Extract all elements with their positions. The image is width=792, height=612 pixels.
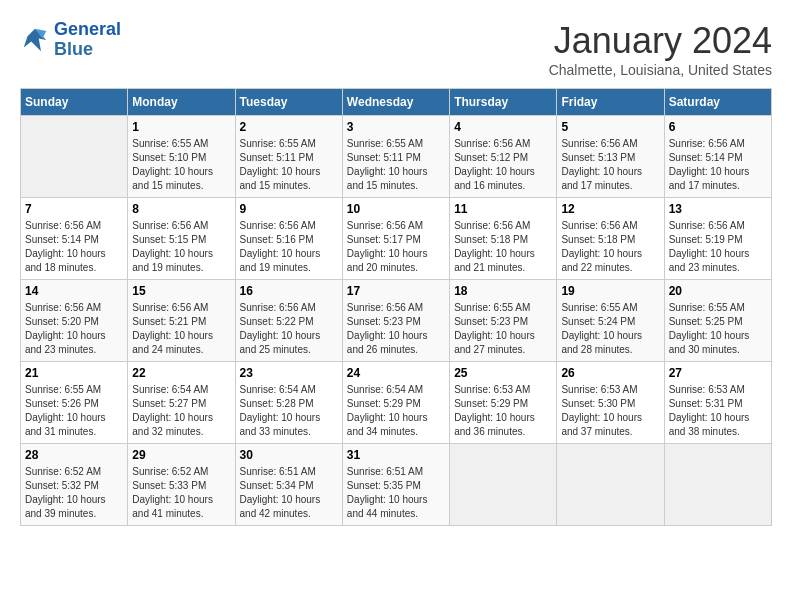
day-number: 22 (132, 366, 230, 380)
calendar-cell: 24Sunrise: 6:54 AM Sunset: 5:29 PM Dayli… (342, 362, 449, 444)
calendar-cell: 17Sunrise: 6:56 AM Sunset: 5:23 PM Dayli… (342, 280, 449, 362)
calendar-cell: 4Sunrise: 6:56 AM Sunset: 5:12 PM Daylig… (450, 116, 557, 198)
day-info: Sunrise: 6:52 AM Sunset: 5:32 PM Dayligh… (25, 465, 123, 521)
day-header-tuesday: Tuesday (235, 89, 342, 116)
day-info: Sunrise: 6:56 AM Sunset: 5:23 PM Dayligh… (347, 301, 445, 357)
day-info: Sunrise: 6:56 AM Sunset: 5:18 PM Dayligh… (561, 219, 659, 275)
calendar-cell: 29Sunrise: 6:52 AM Sunset: 5:33 PM Dayli… (128, 444, 235, 526)
calendar-week-row: 28Sunrise: 6:52 AM Sunset: 5:32 PM Dayli… (21, 444, 772, 526)
day-number: 11 (454, 202, 552, 216)
calendar-cell: 8Sunrise: 6:56 AM Sunset: 5:15 PM Daylig… (128, 198, 235, 280)
calendar-cell: 23Sunrise: 6:54 AM Sunset: 5:28 PM Dayli… (235, 362, 342, 444)
month-title: January 2024 (549, 20, 772, 62)
day-number: 5 (561, 120, 659, 134)
day-info: Sunrise: 6:51 AM Sunset: 5:35 PM Dayligh… (347, 465, 445, 521)
day-info: Sunrise: 6:53 AM Sunset: 5:30 PM Dayligh… (561, 383, 659, 439)
day-header-monday: Monday (128, 89, 235, 116)
day-info: Sunrise: 6:52 AM Sunset: 5:33 PM Dayligh… (132, 465, 230, 521)
calendar-cell (450, 444, 557, 526)
day-header-wednesday: Wednesday (342, 89, 449, 116)
day-info: Sunrise: 6:55 AM Sunset: 5:10 PM Dayligh… (132, 137, 230, 193)
calendar-cell (664, 444, 771, 526)
day-info: Sunrise: 6:56 AM Sunset: 5:14 PM Dayligh… (25, 219, 123, 275)
day-info: Sunrise: 6:56 AM Sunset: 5:12 PM Dayligh… (454, 137, 552, 193)
day-number: 6 (669, 120, 767, 134)
day-number: 4 (454, 120, 552, 134)
title-area: January 2024 Chalmette, Louisiana, Unite… (549, 20, 772, 78)
calendar-cell: 11Sunrise: 6:56 AM Sunset: 5:18 PM Dayli… (450, 198, 557, 280)
logo-line1: General (54, 19, 121, 39)
day-info: Sunrise: 6:56 AM Sunset: 5:22 PM Dayligh… (240, 301, 338, 357)
day-number: 19 (561, 284, 659, 298)
day-number: 27 (669, 366, 767, 380)
calendar-week-row: 1Sunrise: 6:55 AM Sunset: 5:10 PM Daylig… (21, 116, 772, 198)
day-info: Sunrise: 6:56 AM Sunset: 5:21 PM Dayligh… (132, 301, 230, 357)
calendar-week-row: 14Sunrise: 6:56 AM Sunset: 5:20 PM Dayli… (21, 280, 772, 362)
day-number: 13 (669, 202, 767, 216)
day-number: 3 (347, 120, 445, 134)
calendar-cell: 10Sunrise: 6:56 AM Sunset: 5:17 PM Dayli… (342, 198, 449, 280)
day-info: Sunrise: 6:56 AM Sunset: 5:17 PM Dayligh… (347, 219, 445, 275)
calendar-cell (557, 444, 664, 526)
calendar-cell: 12Sunrise: 6:56 AM Sunset: 5:18 PM Dayli… (557, 198, 664, 280)
day-number: 18 (454, 284, 552, 298)
logo-text: General Blue (54, 20, 121, 60)
day-info: Sunrise: 6:55 AM Sunset: 5:24 PM Dayligh… (561, 301, 659, 357)
calendar-cell: 1Sunrise: 6:55 AM Sunset: 5:10 PM Daylig… (128, 116, 235, 198)
calendar-cell: 3Sunrise: 6:55 AM Sunset: 5:11 PM Daylig… (342, 116, 449, 198)
day-number: 20 (669, 284, 767, 298)
day-number: 8 (132, 202, 230, 216)
calendar-cell: 21Sunrise: 6:55 AM Sunset: 5:26 PM Dayli… (21, 362, 128, 444)
day-header-thursday: Thursday (450, 89, 557, 116)
calendar-cell: 6Sunrise: 6:56 AM Sunset: 5:14 PM Daylig… (664, 116, 771, 198)
calendar-cell: 18Sunrise: 6:55 AM Sunset: 5:23 PM Dayli… (450, 280, 557, 362)
day-number: 21 (25, 366, 123, 380)
calendar-cell: 7Sunrise: 6:56 AM Sunset: 5:14 PM Daylig… (21, 198, 128, 280)
calendar-week-row: 7Sunrise: 6:56 AM Sunset: 5:14 PM Daylig… (21, 198, 772, 280)
day-number: 1 (132, 120, 230, 134)
day-info: Sunrise: 6:53 AM Sunset: 5:29 PM Dayligh… (454, 383, 552, 439)
calendar-week-row: 21Sunrise: 6:55 AM Sunset: 5:26 PM Dayli… (21, 362, 772, 444)
day-number: 14 (25, 284, 123, 298)
day-info: Sunrise: 6:55 AM Sunset: 5:23 PM Dayligh… (454, 301, 552, 357)
day-info: Sunrise: 6:53 AM Sunset: 5:31 PM Dayligh… (669, 383, 767, 439)
day-number: 7 (25, 202, 123, 216)
day-number: 12 (561, 202, 659, 216)
calendar-cell: 15Sunrise: 6:56 AM Sunset: 5:21 PM Dayli… (128, 280, 235, 362)
day-number: 17 (347, 284, 445, 298)
day-info: Sunrise: 6:55 AM Sunset: 5:26 PM Dayligh… (25, 383, 123, 439)
logo: General Blue (20, 20, 121, 60)
day-info: Sunrise: 6:56 AM Sunset: 5:13 PM Dayligh… (561, 137, 659, 193)
day-info: Sunrise: 6:56 AM Sunset: 5:16 PM Dayligh… (240, 219, 338, 275)
calendar-cell: 9Sunrise: 6:56 AM Sunset: 5:16 PM Daylig… (235, 198, 342, 280)
day-info: Sunrise: 6:54 AM Sunset: 5:27 PM Dayligh… (132, 383, 230, 439)
day-info: Sunrise: 6:55 AM Sunset: 5:25 PM Dayligh… (669, 301, 767, 357)
calendar-cell: 28Sunrise: 6:52 AM Sunset: 5:32 PM Dayli… (21, 444, 128, 526)
calendar-cell: 16Sunrise: 6:56 AM Sunset: 5:22 PM Dayli… (235, 280, 342, 362)
day-info: Sunrise: 6:56 AM Sunset: 5:14 PM Dayligh… (669, 137, 767, 193)
calendar-cell: 31Sunrise: 6:51 AM Sunset: 5:35 PM Dayli… (342, 444, 449, 526)
day-info: Sunrise: 6:56 AM Sunset: 5:19 PM Dayligh… (669, 219, 767, 275)
day-number: 10 (347, 202, 445, 216)
calendar-cell: 5Sunrise: 6:56 AM Sunset: 5:13 PM Daylig… (557, 116, 664, 198)
day-header-saturday: Saturday (664, 89, 771, 116)
day-header-sunday: Sunday (21, 89, 128, 116)
calendar-cell: 27Sunrise: 6:53 AM Sunset: 5:31 PM Dayli… (664, 362, 771, 444)
calendar-cell: 19Sunrise: 6:55 AM Sunset: 5:24 PM Dayli… (557, 280, 664, 362)
day-number: 2 (240, 120, 338, 134)
calendar-header-row: SundayMondayTuesdayWednesdayThursdayFrid… (21, 89, 772, 116)
day-info: Sunrise: 6:56 AM Sunset: 5:18 PM Dayligh… (454, 219, 552, 275)
calendar-table: SundayMondayTuesdayWednesdayThursdayFrid… (20, 88, 772, 526)
day-number: 23 (240, 366, 338, 380)
day-info: Sunrise: 6:55 AM Sunset: 5:11 PM Dayligh… (240, 137, 338, 193)
day-number: 28 (25, 448, 123, 462)
calendar-cell: 13Sunrise: 6:56 AM Sunset: 5:19 PM Dayli… (664, 198, 771, 280)
logo-line2: Blue (54, 40, 121, 60)
day-number: 31 (347, 448, 445, 462)
day-number: 25 (454, 366, 552, 380)
calendar-cell (21, 116, 128, 198)
day-header-friday: Friday (557, 89, 664, 116)
day-number: 15 (132, 284, 230, 298)
calendar-cell: 30Sunrise: 6:51 AM Sunset: 5:34 PM Dayli… (235, 444, 342, 526)
calendar-cell: 26Sunrise: 6:53 AM Sunset: 5:30 PM Dayli… (557, 362, 664, 444)
